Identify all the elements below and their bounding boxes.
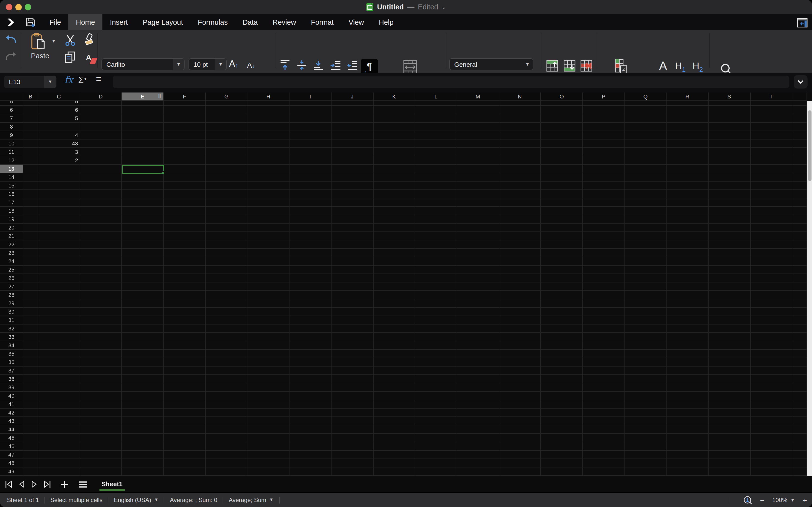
cell-E17[interactable] [122, 198, 164, 207]
cell-partial-31[interactable] [793, 316, 807, 324]
cell-Q34[interactable] [625, 341, 666, 349]
cell-L12[interactable] [415, 156, 457, 164]
cell-H36[interactable] [248, 358, 289, 366]
title-chevron-icon[interactable]: ⌄ [442, 4, 446, 10]
clear-formatting-eraser-icon[interactable] [90, 58, 98, 64]
cell-G19[interactable] [206, 215, 248, 223]
column-header-R[interactable]: R [667, 93, 709, 101]
cell-L35[interactable] [415, 349, 457, 358]
cell-F46[interactable] [164, 442, 206, 450]
cell-O42[interactable] [541, 408, 583, 417]
row-header-35[interactable]: 35 [0, 349, 23, 358]
row-header-8[interactable]: 8 [0, 122, 23, 131]
cell-B6[interactable] [23, 106, 38, 114]
cell-H49[interactable] [248, 467, 289, 475]
cell-B30[interactable] [23, 307, 38, 316]
cell-Q45[interactable] [625, 434, 666, 442]
cell-T49[interactable] [750, 467, 792, 475]
cell-I10[interactable] [289, 139, 331, 148]
cell-E7[interactable] [122, 114, 164, 122]
cell-O49[interactable] [541, 467, 583, 475]
row-header-34[interactable]: 34 [0, 341, 23, 349]
cell-G45[interactable] [206, 434, 248, 442]
cell-N7[interactable] [499, 114, 541, 122]
cell-partial-46[interactable] [793, 442, 807, 450]
cell-P11[interactable] [583, 148, 625, 156]
cell-T9[interactable] [750, 131, 792, 139]
cell-T8[interactable] [750, 122, 792, 131]
cell-I7[interactable] [289, 114, 331, 122]
cell-E35[interactable] [122, 349, 164, 358]
cell-T20[interactable] [750, 223, 792, 232]
cell-O38[interactable] [541, 375, 583, 383]
cell-K20[interactable] [373, 223, 415, 232]
row-header-22[interactable]: 22 [0, 240, 23, 248]
cell-M7[interactable] [457, 114, 499, 122]
cell-L37[interactable] [415, 366, 457, 375]
cell-K13[interactable] [373, 164, 415, 173]
cell-M46[interactable] [457, 442, 499, 450]
cell-C11[interactable]: 3 [38, 148, 80, 156]
cell-T17[interactable] [750, 198, 792, 207]
cell-F25[interactable] [164, 265, 206, 274]
cell-I43[interactable] [289, 417, 331, 425]
cell-C14[interactable] [38, 173, 80, 181]
column-resize-marker[interactable]: ‖ [158, 93, 161, 99]
cell-C15[interactable] [38, 181, 80, 190]
cell-J12[interactable] [331, 156, 373, 164]
cell-M16[interactable] [457, 190, 499, 198]
cell-H43[interactable] [248, 417, 289, 425]
menu-tab-page-layout[interactable]: Page Layout [136, 14, 191, 30]
cell-F11[interactable] [164, 148, 206, 156]
cell-S22[interactable] [709, 240, 750, 248]
cell-G38[interactable] [206, 375, 248, 383]
cell-R24[interactable] [667, 257, 709, 265]
menu-tab-formulas[interactable]: Formulas [191, 14, 235, 30]
style-heading2-button[interactable]: H2 [693, 61, 703, 73]
cell-B35[interactable] [23, 349, 38, 358]
cell-E8[interactable] [122, 122, 164, 131]
cell-S41[interactable] [709, 400, 750, 408]
cell-L29[interactable] [415, 299, 457, 307]
cell-S28[interactable] [709, 291, 750, 299]
cell-Q9[interactable] [625, 131, 666, 139]
cell-D11[interactable] [80, 148, 122, 156]
cell-C18[interactable] [38, 207, 80, 215]
row-header-29[interactable]: 29 [0, 299, 23, 307]
cell-T42[interactable] [750, 408, 792, 417]
status-item-select-multiple-cells[interactable]: Select multiple cells [50, 496, 102, 503]
cell-D46[interactable] [80, 442, 122, 450]
row-header-31[interactable]: 31 [0, 316, 23, 324]
cell-N45[interactable] [499, 434, 541, 442]
menu-tab-format[interactable]: Format [304, 14, 341, 30]
cell-partial-36[interactable] [793, 358, 807, 366]
cell-M22[interactable] [457, 240, 499, 248]
vertical-scrollbar[interactable] [807, 101, 812, 476]
cell-M42[interactable] [457, 408, 499, 417]
cell-I24[interactable] [289, 257, 331, 265]
cell-J31[interactable] [331, 316, 373, 324]
cell-S47[interactable] [709, 450, 750, 459]
cell-S23[interactable] [709, 248, 750, 257]
menu-tab-review[interactable]: Review [265, 14, 304, 30]
copy-icon[interactable] [64, 51, 77, 64]
cell-L16[interactable] [415, 190, 457, 198]
row-header-7[interactable]: 7 [0, 114, 23, 122]
cell-B33[interactable] [23, 333, 38, 341]
cell-E25[interactable] [122, 265, 164, 274]
cell-J6[interactable] [331, 106, 373, 114]
cell-S33[interactable] [709, 333, 750, 341]
cell-K6[interactable] [373, 106, 415, 114]
cell-N44[interactable] [499, 425, 541, 434]
cell-G40[interactable] [206, 392, 248, 400]
align-top-icon[interactable] [280, 60, 290, 71]
cell-S26[interactable] [709, 274, 750, 282]
cell-K38[interactable] [373, 375, 415, 383]
cell-P32[interactable] [583, 324, 625, 333]
cell-O32[interactable] [541, 324, 583, 333]
cell-T19[interactable] [750, 215, 792, 223]
cell-partial-27[interactable] [793, 282, 807, 291]
cell-L31[interactable] [415, 316, 457, 324]
previous-sheet-icon[interactable] [19, 480, 25, 488]
cell-P45[interactable] [583, 434, 625, 442]
